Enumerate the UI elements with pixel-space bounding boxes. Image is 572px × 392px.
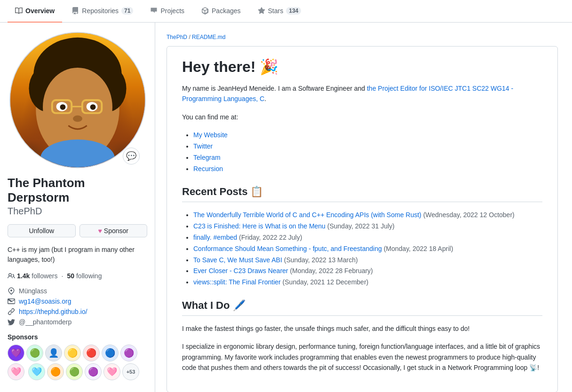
sponsor-4[interactable]: 🟡 — [64, 345, 81, 361]
followers-label: followers — [32, 272, 57, 280]
post-link-2[interactable]: finally. #embed — [193, 234, 237, 241]
chat-bubble-badge: 💬 — [123, 148, 140, 165]
link-item-2: Telegram — [193, 152, 542, 164]
avatar — [9, 32, 146, 168]
sponsor-8[interactable]: 🩷 — [8, 363, 24, 380]
recent-posts-heading: Recent Posts 📋 — [182, 186, 542, 202]
sponsor-12[interactable]: 🟣 — [85, 363, 102, 380]
link-1[interactable]: Twitter — [193, 142, 213, 150]
avatar-svg — [10, 32, 145, 168]
sponsor-5[interactable]: 🔴 — [83, 345, 100, 361]
tab-repositories[interactable]: Repositories 71 — [64, 0, 141, 23]
heart-icon: ♥ — [98, 227, 102, 235]
email-link[interactable]: wg14@soasis.org — [19, 298, 72, 305]
sponsor-10[interactable]: 🟠 — [47, 363, 64, 380]
post-date-4: (Sunday, 2022 13 March) — [284, 256, 358, 264]
post-link-0[interactable]: The Wonderfully Terrible World of C and … — [193, 211, 421, 219]
intro-text-2: . — [264, 95, 266, 102]
sidebar: 💬 The Phantom Derpstorm ThePhD Unfollow … — [0, 23, 155, 392]
twitter-item: @__phantomderp — [8, 318, 147, 326]
readme-intro: My name is JeanHeyd Meneide. I am a Soft… — [182, 83, 542, 104]
sponsor-6[interactable]: 🔵 — [102, 345, 119, 361]
profile-username: ThePhD — [8, 206, 147, 217]
twitter-handle: @__phantomderp — [19, 318, 72, 326]
sponsor-9[interactable]: 🩵 — [28, 363, 45, 380]
email-icon — [8, 298, 15, 305]
post-link-4[interactable]: To Save C, We Must Save ABI — [193, 256, 282, 264]
link-3[interactable]: Recursion — [193, 165, 223, 172]
breadcrumb-file: README — [192, 34, 216, 40]
tab-packages[interactable]: Packages — [194, 0, 248, 23]
star-icon — [258, 7, 265, 15]
post-link-6[interactable]: views::split: The Final Frontier — [193, 278, 281, 286]
profile-actions: Unfollow ♥ Sponsor — [8, 224, 147, 237]
links-list: My Website Twitter Telegram Recursion — [182, 130, 542, 174]
post-link-1[interactable]: C23 is Finished: Here is What is on the … — [193, 222, 326, 230]
link-2[interactable]: Telegram — [193, 154, 221, 161]
sponsors-section: Sponsors 💜 🟢 👤 🟡 🔴 🔵 🟣 🩷 🩵 🟠 🟢 🟣 🩷 +53 — [8, 333, 147, 380]
sponsor-13[interactable]: 🩷 — [103, 363, 120, 380]
link-item-0: My Website — [193, 130, 542, 141]
package-icon — [201, 7, 209, 15]
sponsor-label: Sponsor — [104, 227, 128, 235]
website-link[interactable]: https://thephd.github.io/ — [19, 308, 87, 315]
link-item-3: Recursion — [193, 164, 542, 175]
profile-stats: 1.4k followers · 50 following — [8, 272, 147, 280]
sponsor-11[interactable]: 🟢 — [66, 363, 83, 380]
stars-badge: 134 — [286, 7, 301, 15]
sponsor-button[interactable]: ♥ Sponsor — [79, 224, 148, 237]
sponsor-1[interactable]: 💜 — [8, 345, 24, 361]
breadcrumb-file-link[interactable]: README.md — [192, 34, 225, 40]
what-i-do-heading: What I Do 🖊️ — [182, 299, 542, 316]
unfollow-button[interactable]: Unfollow — [8, 224, 76, 237]
link-icon — [8, 308, 15, 315]
tab-stars-label: Stars — [268, 7, 284, 15]
post-link-3[interactable]: Conformance Should Mean Something - fput… — [193, 245, 382, 252]
post-2: finally. #embed (Friday, 2022 22 July) — [193, 232, 542, 243]
find-me-text: You can find me at: — [182, 112, 542, 122]
book-icon — [15, 7, 23, 15]
sponsor-2[interactable]: 🟢 — [26, 345, 43, 361]
post-5: Ever Closer - C23 Draws Nearer (Monday, … — [193, 266, 542, 277]
following-count: 50 — [67, 272, 74, 280]
post-date-6: (Sunday, 2021 12 December) — [283, 278, 369, 286]
breadcrumb-user-link[interactable]: ThePhD — [167, 34, 187, 40]
link-item-1: Twitter — [193, 141, 542, 152]
post-1: C23 is Finished: Here is What is on the … — [193, 221, 542, 232]
tab-projects-label: Projects — [160, 7, 184, 15]
profile-meta: Münglass wg14@soasis.org https://thephd.… — [8, 287, 147, 326]
location-item: Münglass — [8, 287, 147, 295]
post-6: views::split: The Final Frontier (Sunday… — [193, 277, 542, 288]
svg-point-11 — [90, 104, 95, 110]
tab-overview-label: Overview — [25, 7, 55, 15]
profile-nav: Overview Repositories 71 Projects Packag… — [0, 0, 572, 23]
people-icon — [8, 272, 15, 280]
post-date-0: (Wednesday, 2022 12 October) — [423, 211, 515, 219]
post-link-5[interactable]: Ever Closer - C23 Draws Nearer — [193, 267, 288, 274]
content-area: ThePhD / README.md Hey there! 🎉 My name … — [155, 23, 569, 392]
followers-count: 1.4k — [17, 272, 30, 280]
readme-title: Hey there! 🎉 — [182, 58, 542, 76]
post-date-3: (Monday, 2022 18 April) — [384, 245, 453, 252]
location-icon — [8, 287, 15, 295]
tab-overview[interactable]: Overview — [8, 0, 62, 23]
intro-text-1: My name is JeanHeyd Meneide. I am a Soft… — [182, 85, 367, 92]
sponsor-7[interactable]: 🟣 — [120, 345, 137, 361]
post-date-5: (Monday, 2022 28 February) — [290, 267, 373, 274]
tab-stars[interactable]: Stars 134 — [250, 0, 309, 23]
profile-bio: C++ is my jam (but I program in many oth… — [8, 245, 147, 265]
profile-display-name: The Phantom Derpstorm — [8, 176, 147, 205]
svg-point-12 — [73, 116, 82, 122]
link-0[interactable]: My Website — [193, 131, 228, 139]
twitter-icon — [8, 318, 15, 326]
email-item: wg14@soasis.org — [8, 298, 147, 305]
tab-projects[interactable]: Projects — [143, 0, 192, 23]
location-text: Münglass — [19, 287, 47, 295]
sponsors-grid: 💜 🟢 👤 🟡 🔴 🔵 🟣 🩷 🩵 🟠 🟢 🟣 🩷 +53 — [8, 345, 147, 380]
project-icon — [150, 7, 158, 15]
website-item: https://thephd.github.io/ — [8, 308, 147, 315]
sponsor-3[interactable]: 👤 — [45, 345, 62, 361]
sponsor-more[interactable]: +53 — [122, 363, 139, 380]
sponsors-title: Sponsors — [8, 333, 147, 341]
posts-list: The Wonderfully Terrible World of C and … — [182, 210, 542, 288]
